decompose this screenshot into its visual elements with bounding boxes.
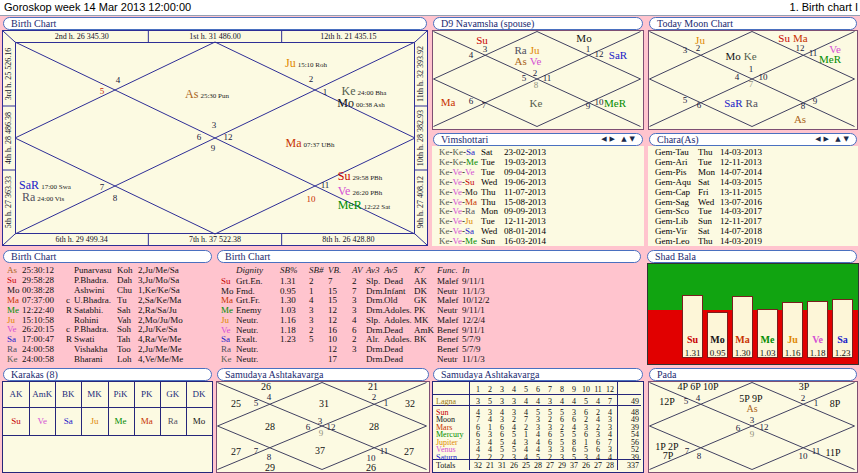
chara-row[interactable]: Gem-PisMon14-07-2014 (648, 167, 858, 177)
column-header: VB. (328, 265, 341, 275)
scroll-up-icon[interactable]: ▲ (621, 135, 627, 143)
dasha-row[interactable]: Ke-Ve-MaThu15-08-2013 (432, 197, 644, 207)
sign-number: 2 (801, 394, 806, 403)
dignity-cell: 15 (328, 295, 337, 305)
pada-chart-diagram[interactable]: 5421361297811104P 6P 10P12P5P 9PAs3P8P1P… (648, 381, 858, 473)
dignity-cell: 11/1/3 (462, 286, 485, 296)
sav-chart-diagram[interactable]: 452136129781110262125313228282737272926 (216, 381, 430, 473)
sign-number: 11 (809, 49, 818, 58)
dasha-row[interactable]: Ke-Ke-SaSat23-02-2013 (432, 147, 644, 157)
degrees: 17:00:47 (22, 334, 54, 344)
panel-header-dignity-table[interactable]: Birth Chart (217, 250, 641, 263)
chara-row[interactable]: Gem-SagWed13-07-2016 (648, 197, 858, 207)
lagna-row-cell: 3 (509, 397, 519, 406)
sign-number: 7 (254, 447, 259, 456)
dignity-cell: Malef (437, 276, 459, 286)
nakshatra: Ashwini (74, 285, 105, 295)
sav-table: 123456789101112Lagna35334434454749Sun434… (432, 381, 644, 473)
sign-column-header: 1 (473, 385, 483, 394)
chara-row[interactable]: Gem-LibSun12-11-2017 (648, 216, 858, 226)
dasha-row[interactable]: Ke-Ve-VeTue09-04-2013 (432, 167, 644, 177)
panel-header-chara[interactable]: Chara(As) ◀▶ ▲▼ (649, 133, 857, 146)
dasha-row[interactable]: Ke-Ve-RaMon09-09-2013 (432, 206, 644, 216)
panel-vimshottari: Vimshottari ◀▶ ▲▼ Ke-Ke-SaSat23-02-2013K… (432, 132, 644, 246)
planet-label: MeR (604, 94, 626, 110)
dasha-weekday: Wed (481, 177, 497, 187)
scroll-down-icon[interactable]: ▼ (630, 135, 636, 143)
chara-row[interactable]: Gem-AriTue12-11-2013 (648, 157, 858, 167)
dasha-row[interactable]: Ke-Ve-MeSun16-03-2014 (432, 236, 644, 246)
dignity-cell: Drm. (366, 305, 385, 315)
chara-row[interactable]: Gem-CapFri13-11-2015 (648, 187, 858, 197)
panel-header-sav-table[interactable]: Samudaya Ashtakavarga (433, 368, 643, 381)
panel-title: Samudaya Ashtakavarga (225, 369, 323, 380)
planet-abbr: SaR (724, 97, 742, 109)
motion-flag: R (66, 334, 72, 344)
karaka-header: PiK (108, 382, 135, 408)
scroll-left-icon[interactable]: ◀ (601, 135, 607, 143)
dignity-cell: Benef (437, 344, 459, 354)
chara-weekday: Wed (698, 197, 714, 207)
panel-header-vimshottari[interactable]: Vimshottari ◀▶ ▲▼ (433, 133, 643, 146)
chara-date: 14-03-2019 (720, 236, 762, 246)
dasha-row[interactable]: Ke-Ve-SaWed08-01-2014 (432, 226, 644, 236)
planet-abbr: Ve (530, 55, 542, 67)
moon-chart-diagram[interactable]: 321211141075689JuMoKeSuMaVeMeRSaRRaAs (648, 30, 858, 130)
degrees: 25:30:12 (22, 265, 54, 275)
bar-planet-label: Ve (807, 334, 828, 345)
house-strength-label: 5th h. 27 363.33 (3, 170, 15, 234)
panel-header-birth-table[interactable]: Birth Chart (3, 250, 212, 263)
dasha-row[interactable]: Ke-Ve-JuTue12-11-2013 (432, 216, 644, 226)
scroll-left-icon[interactable]: ◀ (815, 135, 821, 143)
name-syllable: Vah (117, 315, 131, 325)
dignity-cell: 5/7/9 (462, 344, 481, 354)
dignity-cell: Alr. (366, 334, 380, 344)
scroll-down-icon[interactable]: ▼ (844, 135, 850, 143)
d9-chart-diagram[interactable]: 341122511867910SuMoRaJuAsVeSaRMaKeMeR (432, 30, 644, 130)
panel-header-birth-chart[interactable]: Birth Chart (3, 17, 427, 30)
panel-header-d9[interactable]: D9 Navamsha (spouse) (433, 17, 643, 30)
sign-number: 11 (380, 447, 389, 456)
dasha-date: 09-04-2013 (504, 167, 546, 177)
scroll-right-icon[interactable]: ▶ (610, 135, 616, 143)
panel-header-shad-bala[interactable]: Shad Bala (647, 250, 857, 263)
chara-row[interactable]: Gem-VirSat14-07-2018 (648, 226, 858, 236)
chara-row[interactable]: Gem-TauThu14-03-2013 (648, 147, 858, 157)
panel-header-moon-chart[interactable]: Today Moon Chart (649, 17, 857, 30)
dasha-row[interactable]: Ke-Ve-SuWed19-06-2013 (432, 177, 644, 187)
panel-header-pada[interactable]: Pada (649, 368, 857, 381)
sign-number: 8 (113, 194, 118, 203)
panel-header-sav-chart[interactable]: Samudaya Ashtakavarga (217, 368, 429, 381)
dignity-cell: Neutr. (236, 315, 258, 325)
column-header: Func. (437, 265, 458, 275)
sign-column-header: 2 (485, 385, 495, 394)
scroll-up-icon[interactable]: ▲ (835, 135, 841, 143)
planet-label: Ma07:37 UBh (286, 134, 335, 150)
dasha-row[interactable]: Ke-Ke-MeTue19-03-2013 (432, 157, 644, 167)
chara-date: 14-03-2013 (720, 147, 762, 157)
karaka-header: BK (55, 382, 82, 408)
panel-chara: Chara(As) ◀▶ ▲▼ Gem-TauThu14-03-2013Gem-… (648, 132, 858, 246)
navamsa-lords: 2,Mo/Ju/Mo (138, 315, 183, 325)
chara-period: Gem-Tau (655, 147, 689, 157)
sign-number: 6 (197, 133, 202, 142)
dignity-cell: Adoles. (384, 315, 412, 325)
panel-karakas: Karakas (8) AKAmKBKMKPiKPKGKDKSuVeSaJuMe… (2, 367, 213, 473)
chara-row[interactable]: Gem-ScoTue14-03-2017 (648, 206, 858, 216)
birth-chart-diagram[interactable]: 2nd h. 26 345.301st h. 31 486.0012th h. … (2, 30, 428, 246)
dignity-cell: Malef (437, 315, 459, 325)
planet-label: AsVe (515, 52, 542, 68)
column-header: Av5 (384, 265, 398, 275)
nakshatra: Rohini (74, 315, 99, 325)
bar-planet-label: Su (682, 334, 703, 345)
chara-row[interactable]: Gem-LeoThu14-03-2019 (648, 236, 858, 246)
scroll-right-icon[interactable]: ▶ (824, 135, 830, 143)
panel-header-karakas[interactable]: Karakas (8) (3, 368, 212, 381)
sign-column-header: 12 (605, 385, 615, 394)
chara-date: 12-11-2013 (720, 157, 762, 167)
dasha-lords: Ke-Ve-Ju (439, 216, 473, 226)
dignity-cell: 3 (309, 315, 314, 325)
navamsa-lords: 2,Ju/Me/Sa (138, 265, 179, 275)
chara-row[interactable]: Gem-AquSat14-03-2015 (648, 177, 858, 187)
dasha-row[interactable]: Ke-Ve-MoThu11-07-2013 (432, 187, 644, 197)
